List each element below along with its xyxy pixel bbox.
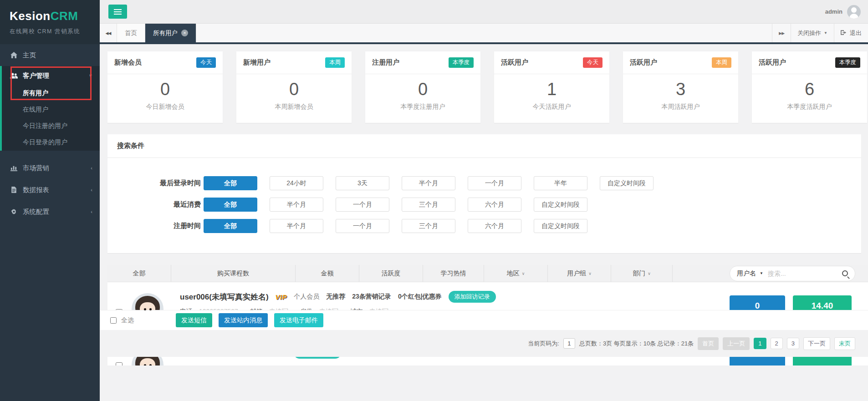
stat-value: 0 bbox=[107, 80, 223, 99]
filter-option[interactable]: 自定义时间段 bbox=[600, 176, 654, 190]
filter-option[interactable]: 全部 bbox=[204, 219, 257, 233]
filter-option[interactable]: 三个月 bbox=[402, 198, 455, 212]
status-badge: 今天 bbox=[583, 57, 602, 68]
search-conditions-panel: 搜索条件 最后登录时间 全部 24小时 3天 半个月 一个月 半年 自定义时间段… bbox=[107, 134, 861, 253]
stat-subtitle: 本季度注册用户 bbox=[365, 103, 480, 111]
filter-option[interactable]: 自定义时间段 bbox=[534, 198, 587, 212]
stat-subtitle: 本周活跃用户 bbox=[623, 103, 738, 111]
tab-all-users[interactable]: 所有用户 × bbox=[145, 24, 196, 42]
search-input[interactable] bbox=[767, 269, 838, 278]
caret-down-icon: ▼ bbox=[824, 31, 827, 35]
search-icon[interactable] bbox=[842, 270, 848, 276]
close-operations-dropdown[interactable]: 关闭操作 ▼ bbox=[791, 24, 834, 42]
filter-option[interactable]: 全部 bbox=[204, 198, 257, 212]
stat-subtitle: 今天活跃用户 bbox=[494, 103, 609, 111]
filter-option[interactable]: 半个月 bbox=[270, 198, 323, 212]
sidebar-subitem-online-users[interactable]: 在线用户 bbox=[2, 102, 100, 118]
sidebar-nav: 主页 客户管理 ∨ 所有用户 在线用户 今日注册的用户 今日登录的用户 bbox=[0, 44, 100, 223]
last-page-button[interactable]: 末页 bbox=[834, 337, 855, 350]
chevron-down-icon: ∨ bbox=[522, 271, 525, 276]
brand-name-accent: CRM bbox=[51, 9, 78, 23]
stat-card: 注册用户本季度 0 本季度注册用户 bbox=[365, 51, 480, 123]
chart-icon bbox=[10, 165, 18, 171]
filter-row-last-login: 最后登录时间 全部 24小时 3天 半个月 一个月 半年 自定义时间段 bbox=[107, 176, 861, 190]
caret-down-icon[interactable]: ▼ bbox=[760, 271, 763, 275]
filter-option[interactable]: 自定义时间段 bbox=[534, 219, 587, 233]
next-page-button[interactable]: 下一页 bbox=[803, 337, 830, 350]
brand-logo: KesionCRM 在线网校 CRM 营销系统 bbox=[0, 0, 100, 44]
sidebar-subitem-all-users[interactable]: 所有用户 bbox=[2, 85, 100, 102]
status-badge: 本周 bbox=[712, 57, 731, 68]
sidebar-item-settings[interactable]: 系统配置 ‹ bbox=[0, 201, 100, 223]
filter-row-register-time: 注册时间 全部 半个月 一个月 三个月 六个月 自定义时间段 bbox=[107, 219, 861, 233]
sidebar-item-reports[interactable]: 数据报表 ‹ bbox=[0, 179, 100, 201]
panel-title: 搜索条件 bbox=[107, 134, 861, 158]
sidebar-subitem-today-logged-in[interactable]: 今日登录的用户 bbox=[2, 134, 100, 151]
send-sms-button[interactable]: 发送短信 bbox=[176, 313, 212, 327]
page-button-3[interactable]: 3 bbox=[787, 338, 799, 349]
page-button-2[interactable]: 2 bbox=[771, 338, 783, 349]
menu-icon bbox=[114, 9, 122, 10]
stat-subtitle: 今日新增会员 bbox=[107, 103, 223, 111]
sidebar-subitem-today-registered[interactable]: 今日注册的用户 bbox=[2, 118, 100, 134]
vip-badge: VIP bbox=[276, 293, 287, 301]
scroll-tabs-right-button[interactable]: ▶▶ bbox=[772, 24, 791, 42]
stat-subtitle: 本周新增会员 bbox=[236, 103, 352, 111]
stat-card: 活跃用户今天 1 今天活跃用户 bbox=[494, 51, 609, 123]
filter-option[interactable]: 3天 bbox=[336, 176, 389, 190]
referral-status: 无推荐 bbox=[326, 293, 345, 301]
filter-option[interactable]: 24小时 bbox=[270, 176, 323, 190]
page-number-input[interactable] bbox=[563, 338, 575, 349]
filter-option[interactable]: 半个月 bbox=[270, 219, 323, 233]
table-search-box: 用户名 ▼ bbox=[730, 266, 855, 281]
filter-option[interactable]: 全部 bbox=[204, 176, 257, 190]
page-button-1[interactable]: 1 bbox=[754, 338, 766, 349]
filter-option[interactable]: 半年 bbox=[534, 176, 587, 190]
close-icon[interactable]: × bbox=[181, 30, 188, 36]
prev-page-button[interactable]: 上一页 bbox=[723, 337, 750, 350]
sidebar-item-customer[interactable]: 客户管理 ∨ bbox=[2, 66, 100, 85]
column-header-activity: 活跃度 bbox=[359, 265, 423, 282]
tab-home[interactable]: 首页 bbox=[117, 24, 145, 42]
filter-option[interactable]: 三个月 bbox=[402, 219, 455, 233]
home-icon bbox=[10, 52, 18, 58]
member-type: 个人会员 bbox=[294, 293, 319, 301]
scroll-tabs-left-button[interactable]: ◀◀ bbox=[100, 24, 117, 42]
pagination-bar: 当前页码为: 总页数：3页 每页显示：10条 总记录：21条 首页 上一页 1 … bbox=[100, 330, 868, 357]
column-header-usergroup-dropdown[interactable]: 用户组∨ bbox=[547, 265, 611, 282]
sidebar-item-label: 系统配置 bbox=[23, 208, 49, 216]
column-header-all: 全部 bbox=[107, 265, 171, 282]
gears-icon bbox=[10, 208, 18, 215]
filter-option[interactable]: 一个月 bbox=[336, 219, 389, 233]
tab-bar: ◀◀ 首页 所有用户 × ▶▶ 关闭操作 ▼ 退出 bbox=[100, 24, 868, 44]
send-site-message-button[interactable]: 发送站内消息 bbox=[219, 313, 268, 327]
filter-option[interactable]: 半个月 bbox=[402, 176, 455, 190]
filter-option[interactable]: 一个月 bbox=[336, 198, 389, 212]
filter-row-recent-consumption: 最近消费 全部 半个月 一个月 三个月 六个月 自定义时间段 bbox=[107, 198, 861, 212]
sidebar-item-home[interactable]: 主页 bbox=[0, 44, 100, 66]
filter-option[interactable]: 一个月 bbox=[468, 176, 521, 190]
send-email-button[interactable]: 发送电子邮件 bbox=[274, 313, 323, 327]
first-page-button[interactable]: 首页 bbox=[698, 337, 719, 350]
stat-value: 0 bbox=[365, 80, 480, 99]
column-header-region-dropdown[interactable]: 地区∨ bbox=[484, 265, 547, 282]
add-visit-record-button[interactable]: 添加回访记录 bbox=[449, 291, 496, 303]
user-avatar-button[interactable] bbox=[847, 5, 861, 19]
pagination-summary: 总页数：3页 每页显示：10条 总记录：21条 bbox=[579, 340, 694, 348]
sidebar-toggle-button[interactable] bbox=[108, 5, 127, 19]
filter-option[interactable]: 六个月 bbox=[468, 198, 521, 212]
select-all-control: 全选 bbox=[108, 316, 134, 325]
column-header-department-dropdown[interactable]: 部门∨ bbox=[611, 265, 672, 282]
brand-name-primary: Kesion bbox=[10, 9, 51, 23]
stat-card: 活跃用户本季度 6 本季度活跃用户 bbox=[752, 51, 867, 123]
sidebar-item-marketing[interactable]: 市场营销 ‹ bbox=[0, 157, 100, 179]
select-all-checkbox[interactable] bbox=[110, 317, 117, 324]
top-header-bar: admin bbox=[100, 0, 868, 24]
search-field-selector[interactable]: 用户名 bbox=[737, 269, 756, 278]
status-badge: 本季度 bbox=[449, 57, 474, 68]
stat-card: 活跃用户本周 3 本周活跃用户 bbox=[623, 51, 738, 123]
filter-option[interactable]: 六个月 bbox=[468, 219, 521, 233]
report-icon bbox=[10, 187, 18, 193]
logout-button[interactable]: 退出 bbox=[834, 24, 868, 42]
sidebar-item-label: 主页 bbox=[23, 51, 36, 60]
